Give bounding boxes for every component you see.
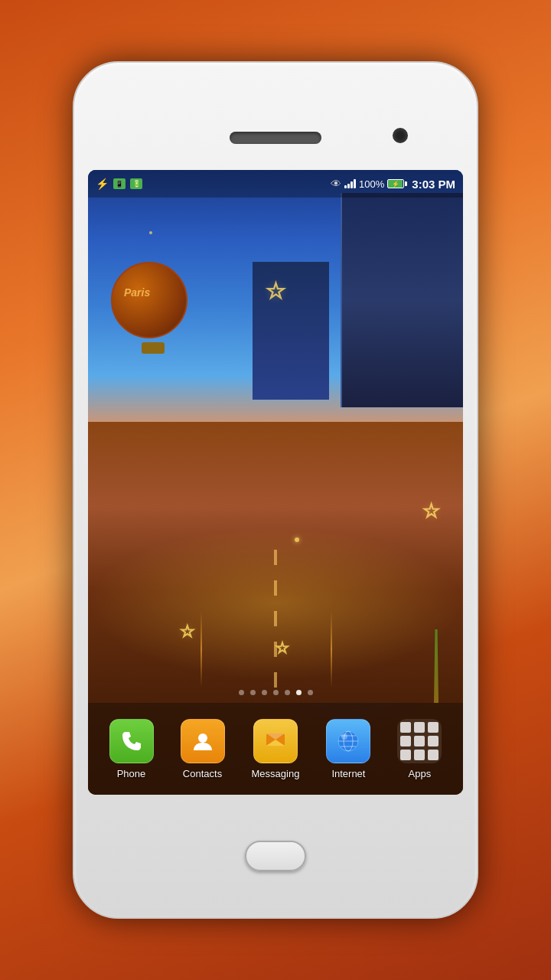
battery-percent-text: 100%: [359, 178, 384, 190]
page-dot-6[interactable]: [296, 690, 302, 695]
app-apps[interactable]: Apps: [397, 719, 442, 779]
apps-grid-dot-1: [400, 722, 411, 733]
phone-icon[interactable]: [109, 719, 154, 763]
contacts-label: Contacts: [183, 768, 222, 779]
road-center-line: [274, 550, 277, 703]
balloon-basket: [142, 342, 165, 354]
building-right: [341, 193, 463, 407]
speaker-grille: [230, 132, 321, 144]
messaging-label: Messaging: [252, 768, 300, 779]
sparkle-1: [295, 537, 299, 542]
apps-grid-dot-2: [414, 722, 425, 733]
apps-label: Apps: [409, 768, 432, 779]
apps-grid-dot-5: [414, 736, 425, 746]
battery-status-icon: 🔋: [130, 178, 142, 189]
apps-grid: [400, 722, 439, 760]
contacts-icon[interactable]: [181, 719, 225, 763]
sd-card-icon: 📱: [113, 178, 126, 189]
wallpaper: Paris ☆ ☆ ☆ ☆: [88, 170, 463, 795]
usb-icon: ⚡: [96, 178, 109, 190]
phone-label: Phone: [117, 768, 146, 779]
sparkle-2: [149, 231, 152, 234]
battery-body: ⚡: [387, 179, 404, 188]
page-dot-7[interactable]: [308, 690, 313, 695]
messaging-svg: [263, 729, 288, 753]
status-time: 3:03 PM: [412, 178, 455, 191]
page-dot-3[interactable]: [262, 690, 267, 695]
internet-svg: [335, 728, 361, 754]
internet-icon[interactable]: [326, 719, 370, 763]
city-scene: Paris ☆ ☆ ☆ ☆: [88, 170, 463, 795]
balloon-sphere: Paris: [111, 262, 187, 338]
star-bottom-left: ☆: [180, 622, 195, 642]
signal-bar-3: [350, 181, 353, 188]
status-bar-left: ⚡ 📱 🔋: [96, 178, 142, 190]
phone-screen[interactable]: Paris ☆ ☆ ☆ ☆: [88, 170, 463, 795]
light-streak-left: [201, 611, 202, 688]
page-dot-2[interactable]: [250, 690, 256, 695]
star-right-mid: ☆: [422, 499, 440, 523]
apps-icon[interactable]: [397, 719, 442, 763]
signal-bar-2: [347, 184, 350, 188]
page-indicators[interactable]: [88, 690, 463, 695]
signal-bars: [344, 179, 356, 188]
app-messaging[interactable]: Messaging: [252, 719, 300, 779]
svg-point-10: [341, 733, 347, 740]
phone-svg: [119, 729, 144, 753]
messaging-icon[interactable]: [253, 719, 298, 763]
signal-bar-4: [354, 179, 356, 188]
page-dot-1[interactable]: [239, 690, 244, 695]
internet-label: Internet: [331, 768, 365, 779]
battery-tip: [405, 181, 407, 186]
app-internet[interactable]: Internet: [326, 719, 370, 779]
app-phone[interactable]: Phone: [109, 719, 154, 779]
apps-grid-dot-7: [400, 750, 411, 760]
signal-bar-1: [344, 185, 347, 188]
front-camera: [393, 128, 408, 143]
apps-grid-dot-3: [428, 722, 439, 733]
svg-point-0: [198, 733, 207, 743]
apps-grid-dot-6: [428, 736, 439, 746]
apps-grid-dot-9: [428, 750, 439, 760]
battery-icon: ⚡: [387, 179, 407, 188]
balloon-text: Paris: [124, 286, 150, 299]
star-bottom-center: ☆: [276, 639, 289, 657]
status-bar: ⚡ 📱 🔋 👁 100%: [88, 170, 463, 198]
phone-device: Paris ☆ ☆ ☆ ☆: [73, 61, 478, 919]
dock: Phone Contacts: [88, 703, 463, 795]
paris-balloon: Paris: [111, 262, 195, 361]
star-top-center: ☆: [266, 277, 286, 304]
app-contacts[interactable]: Contacts: [181, 719, 225, 779]
light-streak-right: [331, 611, 332, 688]
home-button[interactable]: [245, 841, 306, 871]
page-dot-5[interactable]: [285, 690, 290, 695]
apps-grid-dot-4: [400, 736, 411, 746]
page-dot-4[interactable]: [273, 690, 279, 695]
status-bar-right: 👁 100% ⚡: [331, 178, 455, 191]
building-center: [253, 262, 329, 400]
eye-icon: 👁: [331, 178, 341, 190]
contacts-svg: [191, 729, 215, 753]
apps-grid-dot-8: [414, 750, 425, 760]
